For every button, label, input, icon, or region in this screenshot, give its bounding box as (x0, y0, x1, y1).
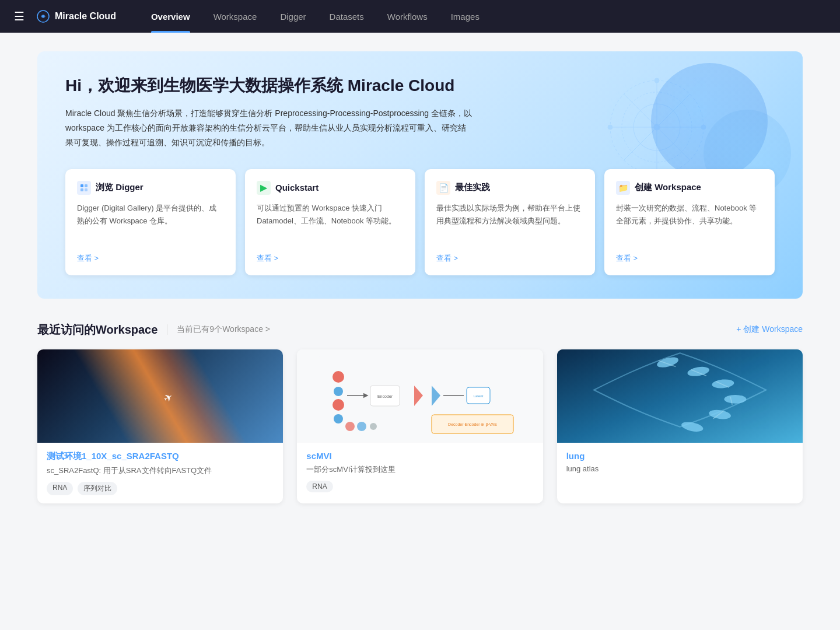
best-practice-icon: 📄 (436, 181, 450, 195)
workspace-card-2[interactable]: Encoder Latent Decoder·Encoder ⊕ β·VAE (297, 349, 542, 503)
brand-icon (36, 9, 50, 23)
hero-card-digger[interactable]: 浏览 Digger Digger (Digital Gallery) 是平台提供… (65, 169, 236, 275)
nav-digger[interactable]: Digger (268, 0, 317, 33)
create-workspace-button[interactable]: + 创建 Workspace (736, 324, 803, 335)
workspace-thumb-2: Encoder Latent Decoder·Encoder ⊕ β·VAE (297, 349, 542, 443)
svg-rect-16 (85, 188, 88, 191)
recent-section-header: 最近访问的Workspace 当前已有9个Workspace > + 创建 Wo… (37, 322, 803, 338)
hero-card-best-practice-header: 📄 最佳实践 (436, 181, 583, 195)
tag-align-1[interactable]: 序列对比 (78, 482, 117, 495)
svg-point-11 (608, 125, 612, 130)
svg-text:Latent: Latent (474, 394, 484, 398)
workspace-card-3[interactable]: lung lung atlas (557, 349, 803, 503)
hero-card-quickstart-title: Quickstart (275, 183, 318, 192)
hero-title: Hi，欢迎来到生物医学大数据操作系统 Miracle Cloud (65, 75, 775, 97)
svg-point-20 (332, 399, 344, 411)
hero-cards: 浏览 Digger Digger (Digital Gallery) 是平台提供… (65, 169, 775, 275)
svg-point-21 (334, 414, 343, 424)
hero-card-create-workspace-desc: 封装一次研究的数据、流程、Notebook 等全部元素，并提供协作、共享功能。 (616, 202, 763, 244)
tag-rna-2[interactable]: RNA (306, 481, 332, 492)
hero-card-quickstart-link[interactable]: 查看 > (257, 253, 404, 264)
svg-point-30 (345, 422, 355, 431)
hero-card-quickstart-desc: 可以通过预置的 Workspace 快速入门 Datamodel、工作流、Not… (257, 202, 404, 244)
nav-datasets[interactable]: Datasets (318, 0, 376, 33)
svg-point-9 (654, 124, 660, 130)
digger-icon (77, 181, 91, 195)
create-workspace-icon: 📁 (616, 181, 630, 195)
workspace-desc-2: 一部分scMVI计算投到这里 (306, 464, 533, 475)
svg-rect-13 (80, 184, 83, 187)
workspace-thumb-1: ✈ (37, 349, 283, 443)
recent-section-title: 最近访问的Workspace (37, 322, 158, 338)
hero-card-quickstart-header: ▶ Quickstart (257, 181, 404, 195)
hero-card-digger-desc: Digger (Digital Gallery) 是平台提供的、成熟的公有 Wo… (77, 202, 224, 244)
svg-point-32 (370, 423, 377, 430)
hero-card-best-practice[interactable]: 📄 最佳实践 最佳实践以实际场景为例，帮助在平台上使用典型流程和方法解决领域典型… (425, 169, 595, 275)
hero-card-create-workspace[interactable]: 📁 创建 Workspace 封装一次研究的数据、流程、Notebook 等全部… (604, 169, 775, 275)
svg-point-1 (42, 15, 44, 18)
nav-images[interactable]: Images (439, 0, 491, 33)
workspace-info-2: scMVI 一部分scMVI计算投到这里 RNA (297, 443, 542, 501)
svg-text:Encoder: Encoder (377, 394, 393, 398)
main-content: Hi，欢迎来到生物医学大数据操作系统 Miracle Cloud Miracle… (0, 33, 840, 522)
svg-point-10 (701, 125, 706, 130)
hero-card-create-workspace-header: 📁 创建 Workspace (616, 181, 763, 195)
space-streak (37, 349, 283, 443)
hero-card-digger-link[interactable]: 查看 > (77, 253, 224, 264)
diagram-svg: Encoder Latent Decoder·Encoder ⊕ β·VAE (315, 354, 525, 438)
nav-workspace[interactable]: Workspace (202, 0, 269, 33)
workspace-thumb-3 (557, 349, 803, 443)
navbar: ☰ Miracle Cloud Overview Workspace Digge… (0, 0, 840, 33)
hero-card-best-practice-title: 最佳实践 (455, 182, 490, 193)
svg-text:Decoder·Encoder ⊕ β·VAE: Decoder·Encoder ⊕ β·VAE (448, 422, 497, 427)
tag-rna-1[interactable]: RNA (47, 482, 73, 495)
hero-card-best-practice-desc: 最佳实践以实际场景为例，帮助在平台上使用典型流程和方法解决领域典型问题。 (436, 202, 583, 244)
svg-point-19 (334, 387, 343, 396)
hero-card-quickstart[interactable]: ▶ Quickstart 可以通过预置的 Workspace 快速入门 Data… (245, 169, 415, 275)
nav-overview[interactable]: Overview (139, 0, 202, 33)
workspace-info-3: lung lung atlas (557, 443, 803, 487)
svg-point-18 (332, 371, 344, 383)
svg-rect-15 (80, 188, 83, 191)
workspace-name-2[interactable]: scMVI (306, 451, 533, 461)
hero-card-best-practice-link[interactable]: 查看 > (436, 253, 583, 264)
nav-workflows[interactable]: Workflows (376, 0, 439, 33)
workspace-grid: ✈ 测试环境1_10X_sc_SRA2FASTQ sc_SRA2FastQ: 用… (37, 349, 803, 503)
workspace-name-3[interactable]: lung (566, 451, 793, 461)
workspace-desc-1: sc_SRA2FastQ: 用于从SRA文件转向FASTQ文件 (47, 466, 274, 476)
workspace-tags-2: RNA (306, 481, 533, 492)
workspace-desc-3: lung atlas (566, 464, 793, 473)
hamburger-icon[interactable]: ☰ (14, 9, 24, 23)
hero-card-create-workspace-title: 创建 Workspace (635, 182, 701, 193)
svg-point-31 (357, 422, 366, 431)
brand-logo: Miracle Cloud (36, 9, 116, 23)
hero-description: Miracle Cloud 聚焦生信分析场景，打造能够贯穿生信分析 Prepro… (65, 106, 474, 150)
svg-rect-14 (85, 184, 88, 187)
workspace-card-1[interactable]: ✈ 测试环境1_10X_sc_SRA2FASTQ sc_SRA2FastQ: 用… (37, 349, 283, 503)
quickstart-icon: ▶ (257, 181, 271, 195)
hero-card-digger-header: 浏览 Digger (77, 181, 224, 195)
hero-banner: Hi，欢迎来到生物医学大数据操作系统 Miracle Cloud Miracle… (37, 51, 803, 299)
workspace-name-1[interactable]: 测试环境1_10X_sc_SRA2FASTQ (47, 451, 274, 462)
workspace-tags-1: RNA 序列对比 (47, 482, 274, 495)
hero-card-digger-title: 浏览 Digger (96, 182, 144, 193)
svg-point-39 (724, 394, 746, 403)
brand-name: Miracle Cloud (55, 11, 116, 22)
nav-links: Overview Workspace Digger Datasets Workf… (139, 0, 826, 33)
workspace-count[interactable]: 当前已有9个Workspace > (167, 324, 270, 335)
svg-rect-35 (557, 349, 803, 443)
dna-svg (557, 349, 803, 443)
workspace-info-1: 测试环境1_10X_sc_SRA2FASTQ sc_SRA2FastQ: 用于从… (37, 443, 283, 503)
hero-card-create-workspace-link[interactable]: 查看 > (616, 253, 763, 264)
